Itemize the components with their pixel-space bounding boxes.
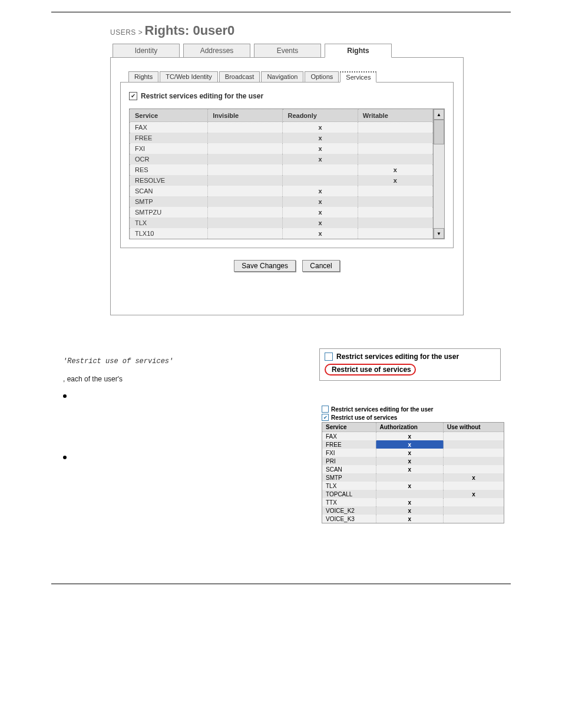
table-row[interactable]: OCRx	[130, 154, 433, 164]
outer-tab-addresses[interactable]: Addresses	[183, 44, 250, 58]
bullet-icon	[63, 456, 67, 459]
inner-tab-services[interactable]: Services	[340, 71, 376, 83]
authorization-table[interactable]: ServiceAuthorizationUse without FAXxFREE…	[322, 422, 504, 523]
table-row[interactable]: FXIx	[322, 449, 504, 457]
auth-col-service[interactable]: Service	[322, 423, 376, 432]
table-row[interactable]: TLX10x	[130, 228, 433, 239]
inner-tab-rights[interactable]: Rights	[128, 71, 158, 83]
table-row[interactable]: SCANx	[130, 186, 433, 196]
services-col-writable[interactable]: Writable	[358, 110, 432, 122]
restrict-use-label-b: Restrict use of services	[331, 414, 397, 421]
figure-caption-1	[110, 319, 464, 327]
restrict-edit-checkbox[interactable]	[129, 92, 137, 100]
restrict-edit-label: Restrict services editing for the user	[141, 92, 263, 100]
table-row[interactable]: RESx	[130, 164, 433, 175]
table-row[interactable]: FREEx	[322, 440, 504, 449]
table-row[interactable]: VOICE_K2x	[322, 506, 504, 515]
table-row[interactable]: SMTPZUx	[130, 207, 433, 218]
breadcrumb: USERS > Rights: 0user0	[110, 23, 464, 38]
save-button[interactable]: Save Changes	[234, 260, 296, 272]
inner-tab-tc-web-identity[interactable]: TC/Web Identity	[160, 71, 218, 83]
auth-col-authorization[interactable]: Authorization	[376, 423, 443, 432]
page-title: Rights: 0user0	[145, 23, 235, 38]
restrict-use-highlight: Restrict use of services	[325, 364, 416, 375]
services-table-wrap: ServiceInvisibleReadonlyWritable FAXxFRE…	[129, 108, 445, 239]
table-row[interactable]: FXIx	[130, 143, 433, 154]
scroll-thumb[interactable]	[434, 120, 444, 144]
body-fragment: , each of the user's	[63, 375, 123, 383]
cancel-button[interactable]: Cancel	[302, 260, 339, 272]
services-col-readonly[interactable]: Readonly	[283, 110, 358, 122]
table-row[interactable]: SCANx	[322, 465, 504, 473]
scrollbar[interactable]: ▲ ▼	[433, 109, 444, 239]
restrict-edit-checkbox-small[interactable]	[325, 353, 333, 361]
services-col-invisible[interactable]: Invisible	[208, 110, 283, 122]
restrict-edit-label-small: Restrict services editing for the user	[336, 353, 459, 361]
table-row[interactable]: TLXx	[322, 482, 504, 490]
outer-panel-rights: RightsTC/Web IdentityBroadcastNavigation…	[110, 57, 464, 315]
table-row[interactable]: TOPCALLx	[322, 490, 504, 498]
restrict-highlight-panel: Restrict services editing for the user R…	[319, 348, 501, 381]
table-row[interactable]: PRIx	[322, 457, 504, 465]
table-row[interactable]: FAXx	[322, 432, 504, 441]
bullet-icon	[63, 394, 67, 398]
table-row[interactable]: FREEx	[130, 133, 433, 143]
scroll-up-button[interactable]: ▲	[434, 109, 444, 120]
table-row[interactable]: SMTPx	[130, 196, 433, 207]
inner-tabbar: RightsTC/Web IdentityBroadcastNavigation…	[128, 71, 454, 82]
inner-panel-services: Restrict services editing for the user S…	[120, 82, 454, 248]
body-quote: 'Restrict use of services'	[63, 357, 173, 365]
restrict-edit-label-b: Restrict services editing for the user	[331, 406, 433, 413]
outer-tab-events[interactable]: Events	[254, 44, 321, 58]
table-row[interactable]: TLXx	[130, 218, 433, 228]
table-row[interactable]: TTXx	[322, 498, 504, 506]
table-row[interactable]: FAXx	[130, 122, 433, 133]
table-row[interactable]: VOICE_K3x	[322, 515, 504, 523]
auth-col-use-without[interactable]: Use without	[444, 423, 504, 432]
table-row[interactable]: RESOLVEx	[130, 175, 433, 186]
restrict-use-panel: Restrict services editing for the user R…	[319, 403, 507, 526]
inner-tab-options[interactable]: Options	[305, 71, 339, 83]
restrict-edit-checkbox-b[interactable]	[322, 406, 329, 413]
scroll-down-button[interactable]: ▼	[434, 228, 444, 239]
breadcrumb-prefix: USERS >	[110, 28, 143, 37]
services-col-service[interactable]: Service	[130, 110, 208, 122]
figure-caption-3	[319, 531, 511, 538]
table-row[interactable]: SMTPx	[322, 473, 504, 482]
outer-tab-identity[interactable]: Identity	[113, 44, 180, 58]
outer-tabbar: IdentityAddressesEventsRights	[113, 43, 464, 57]
restrict-use-label: Restrict use of services	[332, 365, 411, 374]
inner-tab-broadcast[interactable]: Broadcast	[219, 71, 260, 83]
services-table[interactable]: ServiceInvisibleReadonlyWritable FAXxFRE…	[130, 109, 433, 239]
outer-tab-rights[interactable]: Rights	[325, 44, 392, 58]
inner-tab-navigation[interactable]: Navigation	[261, 71, 303, 83]
restrict-use-checkbox-b[interactable]	[322, 414, 329, 421]
figure-caption-2	[319, 386, 511, 393]
